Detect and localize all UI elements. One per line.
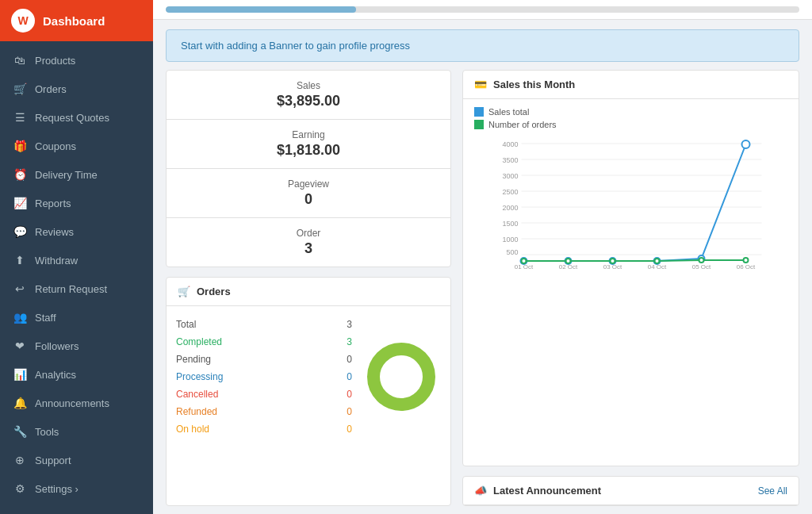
announcement-icon: 📣	[474, 485, 487, 497]
svg-point-30	[744, 258, 749, 263]
order-row-pending: Pending 0	[176, 351, 352, 368]
nav-label-followers: Followers	[35, 340, 79, 352]
svg-text:3000: 3000	[502, 172, 518, 180]
nav-icon-withdraw: ⬆	[13, 254, 27, 267]
nav-icon-settings: ⚙	[13, 482, 27, 495]
svg-text:1000: 1000	[502, 236, 518, 244]
svg-text:4000: 4000	[502, 140, 518, 148]
sidebar-item-reports[interactable]: 📈 Reports	[0, 189, 153, 217]
svg-text:3500: 3500	[502, 156, 518, 164]
line-chart-svg: 4000 3500 3000 2500 2000 1500 1000 500	[474, 136, 787, 270]
nav-icon-products: 🛍	[13, 54, 27, 67]
legend-item-orders: Number of orders	[474, 120, 787, 129]
chart-body: Sales total Number of orders 4000 3500 3	[463, 99, 799, 466]
right-column: 💳 Sales this Month Sales total Number of…	[462, 70, 799, 506]
sidebar-item-products[interactable]: 🛍 Products	[0, 46, 153, 75]
orders-body: Total 3Completed 3Pending 0Processing 0C…	[167, 306, 450, 447]
nav-label-announcements: Announcements	[35, 397, 109, 409]
sidebar-item-withdraw[interactable]: ⬆ Withdraw	[0, 246, 153, 274]
sidebar-item-followers[interactable]: ❤ Followers	[0, 332, 153, 360]
announcement-title: Latest Announcement	[493, 485, 601, 497]
nav-icon-request-quotes: ☰	[13, 111, 27, 124]
svg-text:04 Oct: 04 Oct	[648, 263, 667, 270]
sidebar-item-announcements[interactable]: 🔔 Announcements	[0, 389, 153, 417]
chart-svg-container: 4000 3500 3000 2500 2000 1500 1000 500	[474, 136, 787, 466]
stat-label: Sales	[179, 80, 438, 91]
order-label: Processing	[176, 371, 223, 382]
stats-panel: Sales $3,895.00Earning $1,818.00Pageview…	[166, 70, 451, 267]
svg-text:02 Oct: 02 Oct	[559, 263, 578, 270]
nav-label-orders: Orders	[35, 83, 67, 95]
sidebar-item-request-quotes[interactable]: ☰ Request Quotes	[0, 103, 153, 132]
svg-point-29	[699, 258, 704, 263]
chart-panel-header: 💳 Sales this Month	[463, 71, 799, 99]
sidebar: W Dashboard 🛍 Products🛒 Orders☰ Request …	[0, 0, 153, 514]
order-value: 3	[347, 336, 352, 347]
order-label: Cancelled	[176, 389, 218, 400]
sidebar-title: Dashboard	[43, 14, 105, 28]
legend-color-sales	[474, 107, 484, 117]
legend-label-sales: Sales total	[488, 107, 529, 117]
sidebar-item-coupons[interactable]: 🎁 Coupons	[0, 132, 153, 160]
see-all-button[interactable]: See All	[758, 485, 787, 497]
nav-icon-staff: 👥	[13, 311, 27, 324]
nav-icon-coupons: 🎁	[13, 140, 27, 152]
nav-label-request-quotes: Request Quotes	[35, 112, 109, 124]
announcement-panel: 📣 Latest Announcement See All	[462, 476, 799, 506]
nav-label-delivery-time: Delivery Time	[35, 169, 98, 181]
order-label: Pending	[176, 354, 211, 365]
sidebar-item-delivery-time[interactable]: ⏰ Delivery Time	[0, 160, 153, 189]
order-value: 0	[347, 354, 352, 365]
nav-icon-orders: 🛒	[13, 82, 27, 95]
sidebar-logo: W	[11, 9, 35, 33]
order-label: Completed	[176, 336, 222, 347]
svg-point-2	[387, 362, 416, 391]
order-row-refunded: Refunded 0	[176, 403, 352, 420]
svg-text:1500: 1500	[502, 220, 518, 228]
svg-text:06 Oct: 06 Oct	[737, 263, 756, 270]
progress-bar-container	[166, 6, 799, 13]
sidebar-item-settings[interactable]: ⚙ Settings ›	[0, 474, 153, 503]
sidebar-header: W Dashboard	[0, 0, 153, 41]
sidebar-nav: 🛍 Products🛒 Orders☰ Request Quotes🎁 Coup…	[0, 41, 153, 514]
legend-item-sales: Sales total	[474, 107, 787, 117]
order-value: 0	[347, 371, 352, 382]
legend-color-orders	[474, 120, 484, 129]
chart-icon: 💳	[474, 79, 487, 90]
nav-icon-reports: 📈	[13, 197, 27, 209]
main-content: Start with adding a Banner to gain profi…	[153, 0, 812, 514]
nav-icon-followers: ❤	[13, 339, 27, 352]
left-column: Sales $3,895.00Earning $1,818.00Pageview…	[166, 70, 451, 506]
banner-notice[interactable]: Start with adding a Banner to gain profi…	[166, 29, 799, 62]
sidebar-item-orders[interactable]: 🛒 Orders	[0, 75, 153, 103]
content-grid: Sales $3,895.00Earning $1,818.00Pageview…	[153, 70, 812, 514]
stat-row-pageview: Pageview 0	[167, 169, 450, 218]
donut-chart-wrap	[362, 316, 441, 438]
nav-label-tools: Tools	[35, 426, 59, 438]
progress-bar-fill	[166, 6, 356, 13]
sidebar-item-tools[interactable]: 🔧 Tools	[0, 417, 153, 446]
nav-label-reviews: Reviews	[35, 226, 74, 238]
nav-label-return-request: Return Request	[35, 283, 107, 295]
sidebar-item-return-request[interactable]: ↩ Return Request	[0, 274, 153, 303]
chart-panel: 💳 Sales this Month Sales total Number of…	[462, 70, 799, 466]
stat-label: Earning	[179, 129, 438, 140]
topbar	[153, 0, 812, 20]
chart-title: Sales this Month	[493, 79, 575, 90]
nav-label-support: Support	[35, 455, 71, 466]
announcement-title-group: 📣 Latest Announcement	[474, 485, 601, 497]
svg-text:2500: 2500	[502, 188, 518, 196]
nav-icon-tools: 🔧	[13, 425, 27, 438]
nav-icon-analytics: 📊	[13, 368, 27, 381]
nav-label-staff: Staff	[35, 312, 56, 324]
stat-value: 3	[179, 240, 438, 257]
svg-text:500: 500	[506, 248, 518, 256]
sidebar-item-staff[interactable]: 👥 Staff	[0, 303, 153, 332]
svg-text:05 Oct: 05 Oct	[692, 263, 711, 270]
sidebar-item-reviews[interactable]: 💬 Reviews	[0, 217, 153, 246]
sidebar-item-analytics[interactable]: 📊 Analytics	[0, 360, 153, 389]
stat-value: $1,818.00	[179, 142, 438, 159]
nav-label-analytics: Analytics	[35, 369, 76, 381]
order-label: Refunded	[176, 406, 217, 417]
sidebar-item-support[interactable]: ⊕ Support	[0, 446, 153, 474]
